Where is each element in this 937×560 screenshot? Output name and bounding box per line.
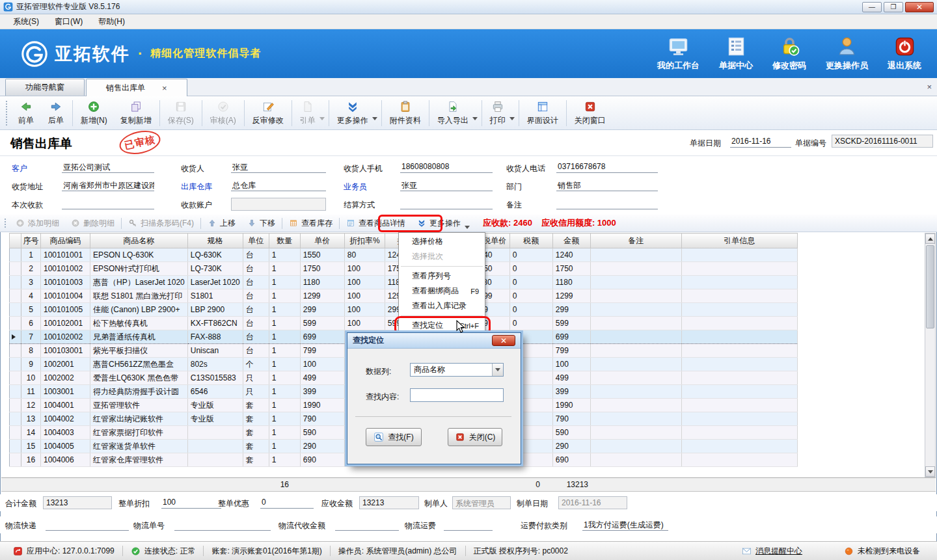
- cell: 1: [269, 303, 300, 317]
- appcenter-icon: [13, 546, 23, 556]
- field-value-收货地址[interactable]: 河南省郑州市中原区建设路口: [62, 180, 154, 191]
- menu-item-查看出入库记录[interactable]: 查看出入库记录: [399, 299, 485, 313]
- tab-1[interactable]: 销售出库单×: [86, 79, 187, 96]
- toolbar-关闭窗口[interactable]: 关闭窗口: [568, 99, 612, 127]
- toolbar-复制新增[interactable]: 复制新增: [114, 99, 158, 127]
- toolbar-附件资料[interactable]: 附件资料: [383, 99, 428, 127]
- field-value-业务员[interactable]: 张亚: [400, 180, 493, 191]
- footer-value-运费付款类别[interactable]: 1我方付运费(生成运费): [582, 519, 668, 531]
- field-value-结算方式[interactable]: [400, 198, 493, 209]
- menu-item-1[interactable]: 窗口(W): [47, 14, 90, 29]
- menu-item-选择价格[interactable]: 选择价格: [399, 234, 485, 249]
- chevron-down-icon[interactable]: [372, 117, 377, 120]
- field-label-客户[interactable]: 客户: [12, 163, 27, 174]
- column-header-规格[interactable]: 规格: [187, 233, 243, 248]
- detail-查看库存[interactable]: 查看库存: [283, 215, 338, 232]
- detail-上移[interactable]: 上移: [202, 215, 241, 232]
- column-header-折扣率%[interactable]: 折扣率%: [344, 233, 385, 248]
- field-value-收货人电话[interactable]: 03716678678: [556, 161, 658, 173]
- dialog-close-button[interactable]: ✕: [492, 335, 515, 346]
- vertical-scrollbar[interactable]: [925, 233, 936, 477]
- tab-close-icon[interactable]: ×: [162, 84, 167, 92]
- toolbar-新增(N)[interactable]: 新增(N): [74, 99, 114, 127]
- tabbar-close-icon[interactable]: ×: [927, 82, 932, 92]
- find-button[interactable]: 查找(F): [366, 428, 422, 446]
- toolbar-separator: [244, 100, 245, 126]
- column-header-金额[interactable]: 金额: [552, 233, 590, 248]
- chevron-down-icon[interactable]: [465, 226, 470, 229]
- footer-value-物流快递[interactable]: [46, 519, 129, 531]
- field-label-出库仓库[interactable]: 出库仓库: [181, 181, 212, 193]
- toolbar-界面设计[interactable]: 界面设计: [521, 99, 565, 127]
- column-header-单位[interactable]: 单位: [243, 233, 269, 248]
- dialog-titlebar[interactable]: 查找定位 ✕: [347, 333, 521, 349]
- chevron-down-icon[interactable]: [472, 117, 478, 120]
- toolbar-前单[interactable]: 前单: [11, 99, 41, 127]
- footer-value-整单优惠[interactable]: 0: [260, 497, 314, 509]
- field-value-备注[interactable]: [556, 198, 658, 209]
- column-header-序号[interactable]: 序号: [21, 233, 41, 248]
- menu-item-查看捆绑商品[interactable]: 查看捆绑商品F9: [399, 284, 485, 299]
- column-header-商品编码[interactable]: 商品编码: [41, 233, 90, 248]
- minimize-button[interactable]: —: [862, 2, 882, 12]
- field-value-收货人手机[interactable]: 18608080808: [400, 161, 493, 173]
- column-header-税额[interactable]: 税额: [509, 233, 552, 248]
- field-value-部门[interactable]: 销售部: [556, 180, 658, 191]
- detail-separator: [200, 218, 201, 229]
- detail-下移[interactable]: 下移: [241, 215, 281, 232]
- menu-item-0[interactable]: 系统(S): [5, 14, 47, 29]
- detail-更多操作[interactable]: 更多操作: [411, 215, 474, 232]
- chevron-down-icon[interactable]: [319, 117, 325, 120]
- cell: Uniscan: [187, 344, 243, 358]
- combo-dropdown-button[interactable]: [492, 364, 503, 376]
- banner-action-1[interactable]: 单据中心: [719, 36, 753, 72]
- column-header-数量[interactable]: 数量: [269, 233, 300, 248]
- data-column-select[interactable]: 商品名称: [410, 363, 504, 377]
- status-item-4: 正式版 授权序列号: pc0002: [466, 546, 576, 557]
- field-value-出库仓库[interactable]: 总仓库: [231, 180, 326, 191]
- status-text[interactable]: 消息提醒中心: [755, 546, 802, 557]
- cell: 15: [21, 440, 41, 453]
- menu-item-2[interactable]: 帮助(H): [90, 14, 133, 29]
- column-header-商品名称[interactable]: 商品名称: [90, 233, 188, 248]
- banner-action-3[interactable]: 更换操作员: [826, 36, 868, 72]
- cell: 290: [300, 440, 344, 453]
- banner-action-2[interactable]: 修改密码: [772, 36, 806, 72]
- status-item-3: 操作员: 系统管理员(admin) 总公司: [331, 546, 465, 557]
- column-header-单价[interactable]: 单价: [300, 233, 344, 248]
- status-bar: 应用中心: 127.0.0.1:7099连接状态: 正常账套: 演示账套01(2…: [0, 541, 937, 560]
- field-value-本次收款[interactable]: [62, 198, 154, 209]
- close-button[interactable]: ✕: [905, 2, 934, 12]
- menu-item-查看序列号[interactable]: 查看序列号: [399, 269, 485, 284]
- doc-date-field[interactable]: 2016-11-16: [730, 136, 791, 148]
- footer-value-整单折扣[interactable]: 100: [161, 497, 221, 509]
- toolbar-后单[interactable]: 后单: [41, 99, 71, 127]
- toolbar-打印[interactable]: 打印: [483, 99, 517, 127]
- field-value-收货人[interactable]: 张亚: [231, 161, 326, 173]
- status-right-item-0[interactable]: 消息提醒中心: [734, 546, 810, 557]
- scanner-icon: [128, 219, 137, 228]
- tab-0[interactable]: 功能导航窗: [5, 79, 85, 96]
- toolbar-反审修改[interactable]: 反审修改: [246, 99, 290, 127]
- find-content-input[interactable]: [410, 388, 504, 402]
- footer-value-物流运费[interactable]: [444, 519, 493, 531]
- detail-查看商品详情[interactable]: 查看商品详情: [340, 215, 411, 232]
- field-value-客户[interactable]: 亚拓公司测试: [62, 161, 154, 173]
- column-header-引单信息[interactable]: 引单信息: [681, 233, 797, 248]
- footer-value-物流代收金额[interactable]: [335, 519, 399, 531]
- toolbar-导入导出[interactable]: 导入导出: [431, 99, 480, 127]
- banner-action-0[interactable]: 我的工作台: [657, 36, 699, 72]
- footer-value-物流单号[interactable]: [174, 519, 271, 531]
- toolbar-更多操作[interactable]: 更多操作: [331, 99, 380, 127]
- restore-button[interactable]: ❐: [884, 2, 903, 12]
- menu-item-查找定位[interactable]: 查找定位Ctrl+F: [399, 318, 485, 333]
- dialog-close-action-button[interactable]: 关闭(C): [448, 428, 502, 446]
- scroll-down-button[interactable]: [925, 466, 935, 477]
- column-header-备注[interactable]: 备注: [590, 233, 681, 248]
- scrollbar-thumb[interactable]: [926, 245, 934, 328]
- scroll-up-button[interactable]: [925, 233, 935, 244]
- field-label-业务员[interactable]: 业务员: [344, 181, 367, 193]
- chevron-down-icon[interactable]: [509, 117, 515, 120]
- cell: [590, 303, 681, 317]
- banner-action-4[interactable]: 退出系统: [888, 36, 921, 72]
